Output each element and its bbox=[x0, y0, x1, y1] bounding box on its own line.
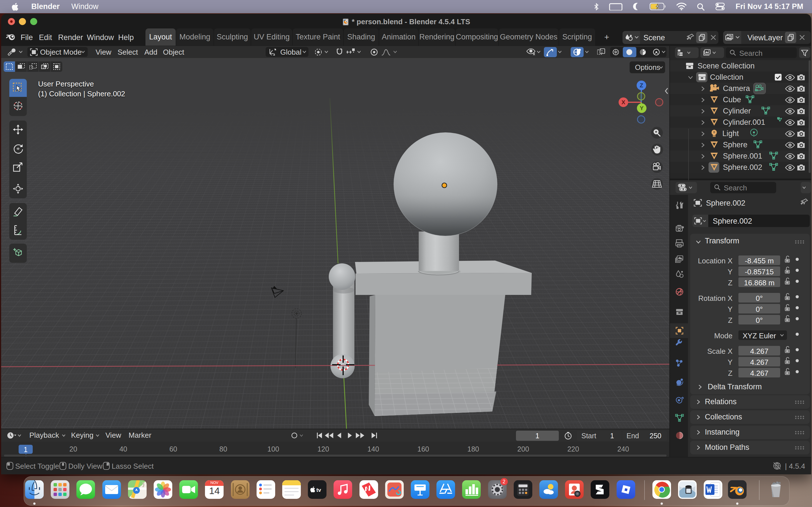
svg-text:Z: Z bbox=[640, 82, 643, 89]
svg-text:X: X bbox=[621, 99, 625, 105]
svg-text:tv: tv bbox=[316, 487, 321, 493]
svg-text:Y: Y bbox=[640, 105, 644, 111]
